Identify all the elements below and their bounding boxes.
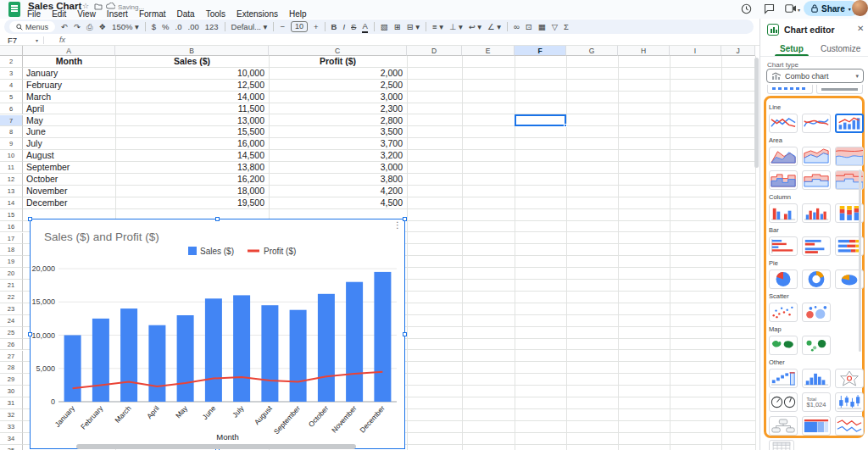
fill-color-icon[interactable]: ▧ <box>381 19 388 34</box>
zoom-select[interactable]: 150% ▾ <box>112 19 139 34</box>
row-header-30[interactable]: 30 <box>0 386 23 397</box>
row-header-6[interactable]: 6 <box>0 103 23 115</box>
cell-sales[interactable]: 10,000 <box>115 68 269 80</box>
decrease-font-size-icon[interactable]: − <box>280 19 285 34</box>
cell-month[interactable]: April <box>23 103 115 115</box>
table-chart-thumb[interactable] <box>769 440 794 450</box>
chart-type-dropdown[interactable]: Combo chart ▾ <box>766 69 864 83</box>
font-size-input[interactable]: 10 <box>291 21 308 32</box>
italic-icon[interactable]: I <box>342 19 345 34</box>
row-header-31[interactable]: 31 <box>0 397 23 409</box>
cell-profit[interactable]: 2,800 <box>269 115 407 127</box>
cell-sales[interactable]: 16,000 <box>115 138 269 150</box>
row-header-19[interactable]: 19 <box>0 256 23 268</box>
cell-sales[interactable]: 13,800 <box>115 162 269 174</box>
cell-sales[interactable]: 18,000 <box>115 186 269 197</box>
vertical-scrollbar[interactable] <box>754 58 759 168</box>
treemap-chart-thumb[interactable] <box>802 416 831 436</box>
paint-format-icon[interactable]: ❖ <box>99 19 107 34</box>
cell-sales[interactable]: 11,500 <box>115 103 269 115</box>
header-cell-profit[interactable]: Profit ($) <box>269 56 407 68</box>
cell-sales[interactable]: 14,000 <box>115 92 269 103</box>
cell-profit[interactable]: 4,200 <box>269 186 407 197</box>
column-header-H[interactable]: H <box>618 46 670 56</box>
chart-handle-ne[interactable] <box>403 217 407 221</box>
insert-link-icon[interactable]: ∞ <box>514 19 520 34</box>
row-header-15[interactable]: 15 <box>0 209 23 221</box>
vertical-align-icon[interactable]: ⊥ ▾ <box>449 19 463 34</box>
cell-month[interactable]: November <box>23 186 115 197</box>
stacked-column-chart-thumb[interactable] <box>802 203 831 223</box>
row-header-7[interactable]: 7 <box>0 115 23 127</box>
column-header-A[interactable]: A <box>23 46 115 56</box>
pie-chart-thumb[interactable] <box>769 269 798 289</box>
cell-month[interactable]: July <box>23 138 115 150</box>
meet-caret-icon[interactable]: ▾ <box>798 7 800 13</box>
stepped-area-chart-thumb[interactable] <box>769 170 798 190</box>
row-header-29[interactable]: 29 <box>0 374 23 386</box>
cell-sales[interactable]: 19,500 <box>115 197 269 209</box>
cell-profit[interactable]: 3,700 <box>269 138 407 150</box>
cell-sales[interactable]: 13,000 <box>115 115 269 127</box>
cell-profit[interactable]: 2,000 <box>269 68 407 80</box>
row-header-20[interactable]: 20 <box>0 268 23 280</box>
row-header-3[interactable]: 3 <box>0 68 23 80</box>
chart-handle-w[interactable] <box>28 332 32 336</box>
undo-icon[interactable]: ↶ <box>61 19 68 34</box>
bar-chart-thumb[interactable] <box>769 236 798 256</box>
scatter-chart-thumb[interactable] <box>769 303 798 322</box>
font-select[interactable]: Defaul... ▾ <box>231 19 268 34</box>
menu-help[interactable]: Help <box>289 9 307 19</box>
histogram-chart-thumb[interactable] <box>802 369 831 388</box>
menu-file[interactable]: File <box>27 9 41 19</box>
bold-icon[interactable]: B <box>331 19 337 34</box>
avatar[interactable] <box>852 0 868 16</box>
cell-profit[interactable]: 2,500 <box>269 80 407 92</box>
partial-thumb-dotted[interactable] <box>767 85 813 94</box>
insert-chart-icon[interactable]: ▦ <box>538 19 546 34</box>
row-header-25[interactable]: 25 <box>0 327 23 339</box>
borders-icon[interactable]: ⊞ <box>394 19 401 34</box>
row-header-10[interactable]: 10 <box>0 150 23 162</box>
gauge-chart-thumb[interactable] <box>769 392 798 412</box>
merge-cells-icon[interactable]: ⊟ ▾ <box>407 19 420 34</box>
row-header-23[interactable]: 23 <box>0 303 23 315</box>
name-box[interactable]: F7 <box>0 36 34 45</box>
text-color-icon[interactable]: A <box>362 21 367 33</box>
version-history-icon[interactable] <box>741 3 752 14</box>
column-header-C[interactable]: C <box>269 46 407 56</box>
chart-handle-e[interactable] <box>403 332 407 336</box>
menu-extensions[interactable]: Extensions <box>236 9 278 19</box>
row-header-2[interactable]: 2 <box>0 56 23 68</box>
timeline-chart-thumb[interactable] <box>835 416 864 436</box>
row-header-14[interactable]: 14 <box>0 197 23 209</box>
cell-profit[interactable]: 3,800 <box>269 174 407 186</box>
cell-profit[interactable]: 2,300 <box>269 103 407 115</box>
row-header-28[interactable]: 28 <box>0 362 23 374</box>
candlestick-chart-thumb[interactable] <box>835 392 864 412</box>
cell-profit[interactable]: 3,000 <box>269 92 407 103</box>
row-header-9[interactable]: 9 <box>0 138 23 150</box>
insert-comment-icon[interactable]: ⊡ <box>526 19 532 34</box>
stacked-bar-chart-thumb[interactable] <box>802 236 831 256</box>
chart-handle-nw[interactable] <box>28 217 32 221</box>
create-filter-icon[interactable]: ▽ <box>552 19 558 34</box>
header-cell-sales[interactable]: Sales ($) <box>115 56 269 68</box>
cell-month[interactable]: February <box>23 80 115 92</box>
column-header-I[interactable]: I <box>670 46 721 56</box>
cell-sales[interactable]: 14,500 <box>115 150 269 162</box>
cell-month[interactable]: August <box>23 150 115 162</box>
row-header-5[interactable]: 5 <box>0 92 23 103</box>
cell-month[interactable]: June <box>23 126 115 138</box>
close-icon[interactable]: ✕ <box>857 24 864 33</box>
radar-chart-thumb[interactable] <box>835 369 864 388</box>
waterfall-chart-thumb[interactable] <box>769 369 798 388</box>
cell-month[interactable]: March <box>23 92 115 103</box>
cell-profit[interactable]: 3,000 <box>269 162 407 174</box>
column-header-J[interactable]: J <box>721 46 755 56</box>
column-header-E[interactable]: E <box>462 46 515 56</box>
column-header-G[interactable]: G <box>566 46 618 56</box>
cell-sales[interactable]: 15,500 <box>115 126 269 138</box>
row-header-26[interactable]: 26 <box>0 339 23 351</box>
cell-month[interactable]: May <box>23 115 115 127</box>
